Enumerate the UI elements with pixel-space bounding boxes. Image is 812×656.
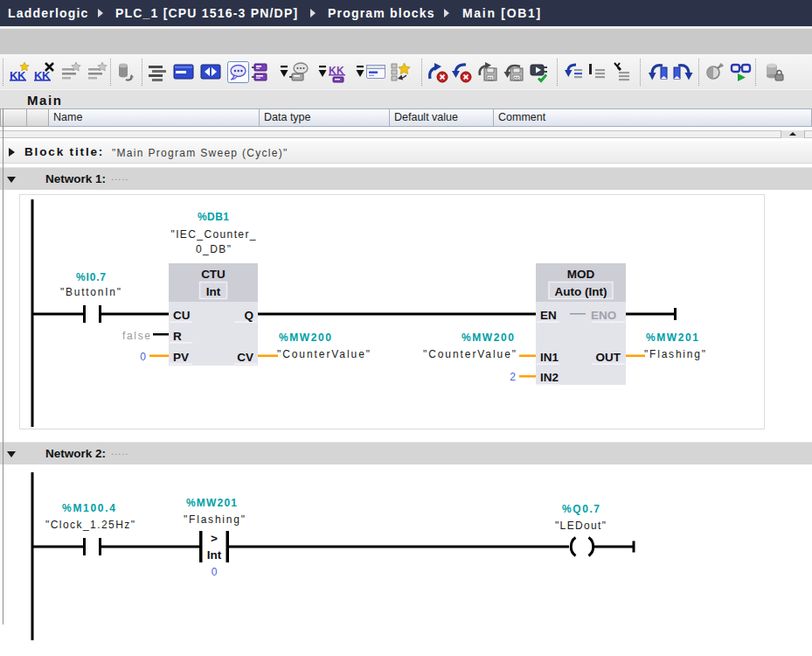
svg-text:0: 0 [212,566,218,578]
svg-text:%MW201: %MW201 [646,331,698,344]
svg-text:"IEC_Counter_: "IEC_Counter_ [171,228,256,241]
svg-text:Int: Int [206,285,221,298]
svg-text:0: 0 [140,351,146,363]
svg-text:01: 01 [488,76,493,81]
svg-text:"CounterValue": "CounterValue" [423,348,516,360]
svg-text:"Flashing": "Flashing" [644,348,705,360]
svg-text:"Clock_1.25Hz": "Clock_1.25Hz" [45,519,135,531]
svg-text:"CounterValue": "CounterValue" [277,348,370,360]
svg-text:%MW200: %MW200 [462,331,514,344]
svg-text:MOD: MOD [567,268,595,281]
svg-text:CTU: CTU [201,268,226,281]
svg-text:R: R [173,330,182,343]
svg-text:Q: Q [244,309,253,322]
svg-text:2: 2 [510,371,516,383]
svg-text:>: > [211,532,218,545]
svg-text:false: false [122,330,150,342]
svg-text:IN2: IN2 [540,371,559,384]
svg-text:"LEDout": "LEDout" [555,520,606,532]
svg-text:OUT: OUT [596,351,621,364]
svg-text:"ButtonIn": "ButtonIn" [60,286,121,298]
svg-text:IN1: IN1 [540,351,559,364]
svg-text:PV: PV [173,351,189,364]
svg-text:ENO: ENO [591,309,616,322]
svg-text:%Q0.7: %Q0.7 [562,503,600,515]
svg-text:0_DB": 0_DB" [196,243,231,255]
svg-text:"Flashing": "Flashing" [184,513,245,526]
svg-text:EN: EN [540,309,557,322]
svg-text:%DB1: %DB1 [198,211,229,223]
svg-text:CU: CU [173,309,191,322]
svg-text:%MW201: %MW201 [186,497,237,509]
svg-text:%I0.7: %I0.7 [76,271,106,283]
svg-text:Auto (Int): Auto (Int) [555,285,607,298]
svg-text:%MW200: %MW200 [279,331,331,344]
svg-text:01: 01 [514,76,519,81]
svg-text:%M100.4: %M100.4 [62,502,115,514]
svg-text:CV: CV [237,351,253,364]
svg-text:Int: Int [207,548,222,562]
